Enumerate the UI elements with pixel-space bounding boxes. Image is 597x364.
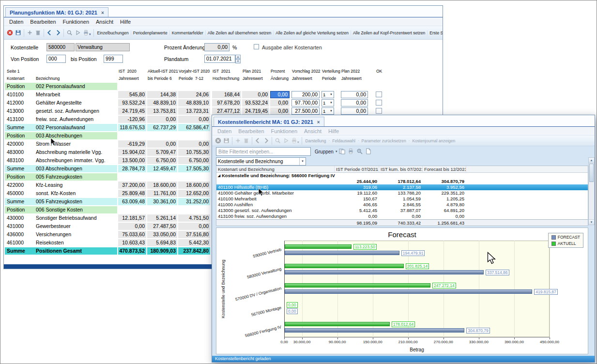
add-icon[interactable]: [234, 136, 242, 146]
toolbar-button-1[interactable]: Feldauswahl: [330, 138, 357, 143]
ok-checkbox[interactable]: [376, 91, 382, 97]
delete-icon[interactable]: [242, 136, 250, 146]
chevron-down-icon[interactable]: ▼: [330, 91, 333, 98]
ok-checkbox[interactable]: [376, 108, 382, 114]
gruppen-dropdown-arrow[interactable]: ▾: [336, 150, 337, 153]
vorjahr-value: 6.750,00: [178, 157, 210, 164]
toolbar-button-0[interactable]: Darstellung: [304, 138, 328, 143]
toolbar-button-3[interactable]: Kostenjournal anzeigen: [410, 138, 457, 143]
kostenstelle-nr-field[interactable]: 580000: [46, 43, 75, 51]
forward-icon[interactable]: [54, 28, 62, 38]
kostenart-cell: 410100: [5, 91, 34, 98]
ausgabe-checkbox[interactable]: [254, 44, 259, 49]
menu-hilfe[interactable]: Hilfe: [117, 19, 134, 25]
spinner-up-icon[interactable]: ▲: [235, 55, 241, 59]
save-icon[interactable]: [222, 136, 230, 146]
save-icon[interactable]: [14, 28, 22, 38]
menu-ansicht[interactable]: Ansicht: [92, 19, 117, 25]
vorschlag-input[interactable]: 97.700,00: [291, 99, 320, 106]
document-icon[interactable]: [365, 148, 372, 155]
plandatum-spinner[interactable]: ▲▼: [235, 55, 241, 63]
column-header[interactable]: Forecast bis 12/2021: [423, 166, 466, 172]
close-icon[interactable]: ×: [317, 120, 320, 125]
menu-daten[interactable]: Daten: [6, 19, 27, 25]
menu-hilfe[interactable]: Hilfe: [325, 128, 342, 134]
plan2022-input[interactable]: 0,00: [341, 99, 368, 106]
toolbar-button-3[interactable]: Alle Zeilen auf übernehmen setzen: [205, 30, 273, 35]
collapse-icon[interactable]: ◢: [216, 173, 222, 179]
report-row[interactable]: 410000 Gehälter gewerbl. Mitarbeiter19.1…: [216, 190, 588, 196]
grouping-select[interactable]: Kostenstelle und Bezeichnung ▼: [216, 157, 306, 166]
add-icon[interactable]: [26, 28, 34, 38]
chevron-down-icon[interactable]: ▼: [299, 158, 306, 165]
x-axis-tick: [284, 337, 285, 339]
scroll-thumb[interactable]: [589, 164, 594, 182]
report-row[interactable]: 410100 Mehrarbeit150,671.054,591.205,25: [216, 196, 588, 202]
menu-bearbeiten[interactable]: Bearbeiten: [235, 128, 267, 134]
play-icon[interactable]: [282, 136, 290, 146]
scroll-down-icon[interactable]: ▼: [589, 219, 594, 225]
ist2020-value: 12.181,57: [118, 214, 146, 222]
cancel-icon[interactable]: [6, 28, 14, 38]
kostenstelle-name-field[interactable]: Verwaltung: [76, 43, 130, 51]
prozent-cell[interactable]: 0,00: [270, 99, 290, 106]
filter-input[interactable]: [216, 147, 311, 156]
menu-funktionen[interactable]: Funktionen: [60, 19, 92, 25]
column-header[interactable]: IST Periode 07/2021: [335, 166, 379, 172]
tab-planungsfunktion[interactable]: Planungsfunktion MA: 01 GJ: 2021 ×: [5, 7, 108, 17]
verteilung-select[interactable]: ▼1: [321, 99, 334, 106]
report-row[interactable]: 411000 Aushilfen406,652.846,554.879,80: [216, 202, 588, 208]
zoom-icon[interactable]: [356, 148, 364, 155]
cancel-icon[interactable]: [214, 136, 222, 146]
table-scrollbar[interactable]: ▲ ▼: [588, 157, 595, 225]
play-icon[interactable]: [74, 28, 82, 38]
cards-icon[interactable]: [339, 148, 346, 155]
print-dropdown-arrow[interactable]: ▾: [89, 32, 91, 36]
vorschlag-input[interactable]: 200,00: [291, 91, 320, 98]
verteilung-select[interactable]: ▼1: [321, 107, 334, 115]
menu-bearbeiten[interactable]: Bearbeiten: [27, 19, 59, 25]
report-group-row[interactable]: ◢Kostenstelle und Bezeichnung: 566000 Fe…: [216, 173, 588, 179]
plandatum-field[interactable]: 01.07.2021: [204, 55, 235, 63]
toolbar-button-0[interactable]: Einzelbuchungen: [95, 30, 131, 35]
ok-checkbox[interactable]: [376, 100, 382, 106]
menu-ansicht[interactable]: Ansicht: [301, 128, 325, 134]
bar-value-label-forecast: 0,00: [287, 308, 298, 314]
print-icon[interactable]: [348, 148, 355, 155]
toolbar-button-2[interactable]: Parameter zurücksetzen: [360, 138, 408, 143]
delete-icon[interactable]: [34, 28, 42, 38]
toolbar-button-1[interactable]: Periodenplanwerte: [131, 30, 169, 35]
report-row[interactable]: 401100 Hilfsstoffe (RHB)319,062.137,583.…: [216, 184, 588, 190]
toolbar-button-2[interactable]: Kommentarfelder: [169, 30, 205, 35]
column-header[interactable]: IST kum. bis 07/2021: [379, 166, 423, 172]
close-icon[interactable]: ×: [101, 10, 104, 15]
report-row[interactable]: 413000 gesetzl. soz. Aufwendungen5.412,4…: [216, 208, 588, 213]
chevron-down-icon[interactable]: ▼: [330, 108, 333, 114]
plan2022-input[interactable]: 0,00: [341, 91, 368, 98]
toolbar-button-5[interactable]: Alle Zeilen auf Kopf-Prozentwert setzen: [351, 30, 427, 35]
search-icon[interactable]: [274, 136, 282, 146]
menu-daten[interactable]: Daten: [214, 128, 235, 134]
report-row[interactable]: 413100 freiw. soz. Aufwendungen0,000,000…: [216, 213, 588, 219]
forward-icon[interactable]: [262, 136, 270, 146]
von-position-field[interactable]: 000: [46, 55, 66, 63]
vorschlag-input[interactable]: 27.500,00: [291, 107, 320, 115]
bis-position-field[interactable]: 999: [104, 55, 123, 63]
plan2022-input[interactable]: 0,00: [341, 107, 368, 115]
column-header[interactable]: Kostenart und Bezeichnung: [216, 166, 335, 172]
toolbar-button-6[interactable]: Erste Seite: [427, 30, 443, 35]
print-icon[interactable]: [290, 136, 298, 146]
prozent-aenderung-field[interactable]: 0,00: [204, 43, 230, 51]
back-icon[interactable]: [46, 28, 54, 38]
prozent-cell[interactable]: 0,00: [270, 107, 290, 115]
chevron-down-icon[interactable]: ▼: [330, 100, 333, 106]
search-icon[interactable]: [65, 28, 74, 38]
scroll-up-icon[interactable]: ▲: [589, 158, 594, 163]
toolbar-button-4[interactable]: Alle Zeilen auf gleiche Verteilung setze…: [273, 30, 351, 35]
prozent-cell[interactable]: 0,00: [270, 91, 290, 98]
spinner-down-icon[interactable]: ▼: [235, 59, 241, 63]
back-icon[interactable]: [254, 136, 262, 146]
menu-funktionen[interactable]: Funktionen: [268, 128, 301, 134]
tab-kostenstellenbericht[interactable]: Kostenstellenbericht MA: 01 GJ: 2021 ×: [214, 117, 324, 126]
verteilung-select[interactable]: ▼1: [321, 91, 334, 98]
